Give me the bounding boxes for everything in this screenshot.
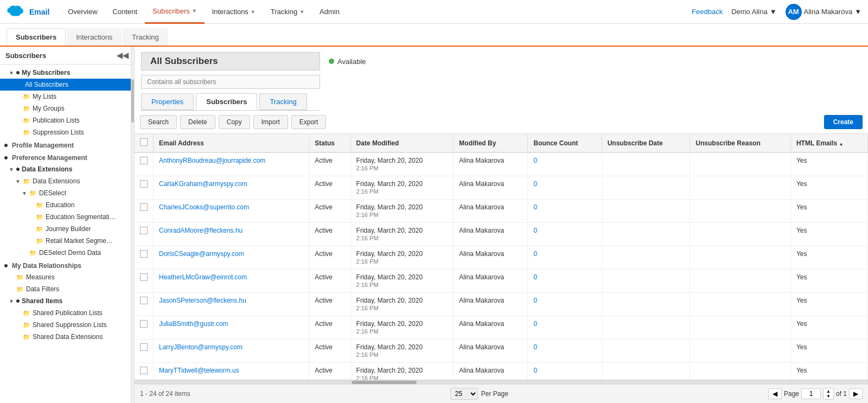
feedback-link[interactable]: Feedback bbox=[692, 8, 723, 16]
row-checkbox[interactable] bbox=[140, 297, 148, 304]
sidebar-item-profile-management[interactable]: Profile Management bbox=[0, 138, 134, 151]
select-all-checkbox[interactable] bbox=[140, 138, 148, 146]
sidebar-item-education-segmentation[interactable]: 📁 Education Segmentatio... bbox=[0, 211, 134, 223]
sec-nav-interactions[interactable]: Interactions bbox=[67, 28, 122, 46]
table-row: CharlesJCooks@superrito.com Active Frida… bbox=[135, 200, 868, 223]
row-checkbox[interactable] bbox=[140, 273, 148, 281]
email-link[interactable]: CharlesJCooks@superrito.com bbox=[159, 203, 249, 211]
sidebar-item-data-extensions-section[interactable]: ▼ Data Extensions bbox=[0, 163, 134, 175]
sidebar-item-publication-lists[interactable]: 📁 Publication Lists bbox=[0, 114, 134, 126]
top-navigation: Email Overview Content Subscribers ▼ Int… bbox=[0, 0, 868, 24]
per-page-select[interactable]: 25 50 100 bbox=[450, 388, 478, 400]
email-link[interactable]: JuliaBSmith@gustr.com bbox=[159, 320, 228, 328]
bounce-count-link[interactable]: 0 bbox=[533, 250, 537, 258]
email-link[interactable]: HeatherLMcGraw@einrot.com bbox=[159, 273, 247, 281]
sidebar-item-my-groups[interactable]: 📁 My Groups bbox=[0, 103, 134, 114]
table-toolbar: Search Delete Copy Import Export Create bbox=[135, 111, 868, 134]
bounce-count-link[interactable]: 0 bbox=[533, 273, 537, 281]
sidebar-item-shared-data-extensions[interactable]: 📁 Shared Data Extensions bbox=[0, 331, 134, 343]
sidebar-item-measures[interactable]: 📁 Measures bbox=[0, 271, 134, 283]
sidebar-item-shared-suppression-lists[interactable]: 📁 Shared Suppression Lists bbox=[0, 319, 134, 331]
bounce-count-link[interactable]: 0 bbox=[533, 367, 537, 374]
sidebar-scroll-thumb[interactable] bbox=[131, 79, 135, 123]
row-checkbox[interactable] bbox=[140, 180, 148, 188]
nav-subscribers[interactable]: Subscribers ▼ bbox=[145, 0, 205, 24]
email-link[interactable]: ConradAMoore@fleckens.hu bbox=[159, 227, 242, 234]
sec-nav-tracking[interactable]: Tracking bbox=[123, 28, 168, 46]
sidebar-item-deselect-demo-data[interactable]: 📁 DESelect Demo Data bbox=[0, 247, 134, 259]
nav-content[interactable]: Content bbox=[105, 0, 145, 24]
row-unsubscribe-reason bbox=[690, 340, 791, 363]
sidebar-item-deselect[interactable]: ▼ 📁 DESelect bbox=[0, 187, 134, 199]
bounce-count-link[interactable]: 0 bbox=[533, 203, 537, 211]
row-checkbox[interactable] bbox=[140, 250, 148, 258]
page-title: All Subscribers bbox=[141, 52, 320, 71]
sidebar-item-my-lists[interactable]: 📁 My Lists bbox=[0, 91, 134, 103]
row-checkbox[interactable] bbox=[140, 320, 148, 328]
email-link[interactable]: LarryJBenton@armyspy.com bbox=[159, 343, 242, 351]
scroll-thumb[interactable] bbox=[352, 381, 417, 384]
row-email: CharlesJCooks@superrito.com bbox=[154, 200, 309, 223]
sidebar-collapse-button[interactable]: ◀◀ bbox=[117, 51, 129, 60]
page-up-button[interactable]: ▲ ▼ bbox=[823, 388, 834, 400]
pagination-bar: 1 - 24 of 24 items 25 50 100 Per Page ◀ … bbox=[135, 384, 868, 403]
tracking-dropdown-arrow: ▼ bbox=[299, 9, 304, 15]
app-logo[interactable]: Email bbox=[7, 4, 49, 20]
page-number-input[interactable] bbox=[801, 388, 821, 399]
demo-account[interactable]: Demo Alina ▼ bbox=[731, 8, 776, 16]
bounce-count-link[interactable]: 0 bbox=[533, 180, 537, 188]
delete-button[interactable]: Delete bbox=[180, 115, 215, 129]
sidebar-item-data-filters[interactable]: 📁 Data Filters bbox=[0, 283, 134, 295]
row-checkbox[interactable] bbox=[140, 203, 148, 211]
horizontal-scrollbar[interactable] bbox=[135, 380, 868, 384]
row-checkbox-cell bbox=[135, 246, 154, 270]
sidebar-item-journey-builder[interactable]: 📁 Journey Builder bbox=[0, 223, 134, 235]
sidebar-item-education[interactable]: 📁 Education bbox=[0, 199, 134, 211]
expand-icon: ▼ bbox=[9, 298, 16, 304]
row-checkbox[interactable] bbox=[140, 367, 148, 374]
sidebar-item-shared-publication-lists[interactable]: 📁 Shared Publication Lists bbox=[0, 307, 134, 319]
nav-interactions[interactable]: Interactions ▼ bbox=[205, 0, 263, 24]
bounce-count-link[interactable]: 0 bbox=[533, 297, 537, 304]
tab-properties[interactable]: Properties bbox=[141, 93, 194, 110]
create-button[interactable]: Create bbox=[824, 115, 863, 129]
row-checkbox[interactable] bbox=[140, 157, 148, 164]
email-link[interactable]: JasonSPeterson@fleckens.hu bbox=[159, 297, 246, 304]
sidebar-item-data-extensions-folder[interactable]: ▼ 📁 Data Extensions bbox=[0, 175, 134, 187]
sidebar: Subscribers ◀◀ ▼ My Subscribers All Subs… bbox=[0, 47, 135, 403]
email-link[interactable]: AnthonyRBoudreau@jourrapide.com bbox=[159, 157, 265, 164]
sidebar-item-retail-market[interactable]: 📁 Retail Market Segmenta... bbox=[0, 235, 134, 247]
email-link[interactable]: CarlaKGraham@armyspy.com bbox=[159, 180, 247, 188]
sidebar-item-preference-management[interactable]: Preference Management bbox=[0, 151, 134, 163]
bullet-icon bbox=[16, 71, 20, 74]
sidebar-item-shared-items[interactable]: ▼ Shared Items bbox=[0, 295, 134, 307]
search-input[interactable] bbox=[141, 75, 320, 89]
email-link[interactable]: MaryTTidwell@teleworm.us bbox=[159, 367, 239, 374]
bounce-count-link[interactable]: 0 bbox=[533, 157, 537, 164]
search-button[interactable]: Search bbox=[140, 115, 177, 129]
tab-tracking[interactable]: Tracking bbox=[259, 93, 307, 110]
sidebar-item-my-data-relationships[interactable]: My Data Relationships bbox=[0, 259, 134, 271]
sec-nav-subscribers[interactable]: Subscribers bbox=[7, 28, 66, 46]
first-page-button[interactable]: ◀ bbox=[768, 388, 782, 399]
nav-overview[interactable]: Overview bbox=[60, 0, 105, 24]
row-checkbox[interactable] bbox=[140, 227, 148, 234]
last-page-button[interactable]: ▶ bbox=[849, 388, 863, 399]
bounce-count-link[interactable]: 0 bbox=[533, 343, 537, 351]
copy-button[interactable]: Copy bbox=[219, 115, 250, 129]
tab-subscribers[interactable]: Subscribers bbox=[196, 93, 257, 110]
import-button[interactable]: Import bbox=[253, 115, 288, 129]
sidebar-item-suppression-lists[interactable]: 📁 Suppression Lists bbox=[0, 126, 134, 138]
row-bounce-count: 0 bbox=[528, 246, 602, 270]
bullet-icon bbox=[16, 299, 20, 303]
bounce-count-link[interactable]: 0 bbox=[533, 227, 537, 234]
bounce-count-link[interactable]: 0 bbox=[533, 320, 537, 328]
email-link[interactable]: DorisCSeagle@armyspy.com bbox=[159, 250, 244, 258]
nav-admin[interactable]: Admin bbox=[312, 0, 347, 24]
export-button[interactable]: Export bbox=[291, 115, 327, 129]
sidebar-item-my-subscribers[interactable]: ▼ My Subscribers bbox=[0, 67, 134, 79]
user-profile[interactable]: AM Alina Makarova ▼ bbox=[786, 4, 861, 20]
sidebar-item-all-subscribers[interactable]: All Subscribers bbox=[0, 79, 134, 91]
row-checkbox[interactable] bbox=[140, 343, 148, 351]
nav-tracking[interactable]: Tracking ▼ bbox=[263, 0, 312, 24]
